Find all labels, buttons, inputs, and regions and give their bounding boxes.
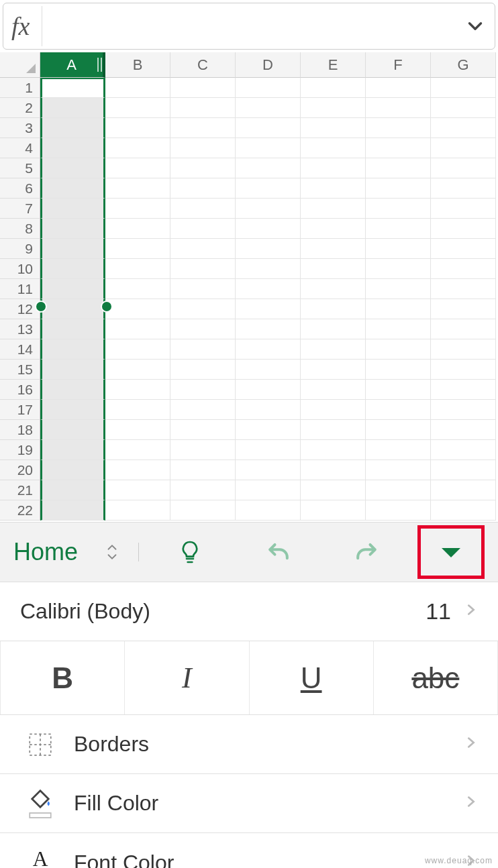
cell[interactable] (40, 380, 105, 400)
cell[interactable] (170, 98, 236, 118)
selection-handle-right[interactable] (101, 301, 113, 313)
cell[interactable] (431, 138, 496, 158)
cell[interactable] (366, 380, 431, 400)
cell[interactable] (40, 460, 105, 480)
cell[interactable] (301, 219, 366, 239)
cell[interactable] (301, 199, 366, 219)
cell[interactable] (236, 178, 301, 199)
cell[interactable] (40, 279, 105, 299)
row-header[interactable]: 19 (0, 440, 40, 460)
row-header[interactable]: 5 (0, 158, 40, 178)
cell[interactable] (366, 360, 431, 380)
column-header[interactable]: C (170, 52, 236, 78)
cell[interactable] (170, 380, 236, 400)
cell[interactable] (105, 219, 170, 239)
cell[interactable] (105, 78, 170, 98)
cell[interactable] (301, 480, 366, 500)
row-header[interactable]: 3 (0, 118, 40, 138)
collapse-ribbon-button[interactable] (417, 525, 485, 579)
row-header[interactable]: 21 (0, 480, 40, 500)
cell[interactable] (236, 259, 301, 279)
cell[interactable] (236, 199, 301, 219)
cell[interactable] (40, 500, 105, 521)
cell[interactable] (236, 219, 301, 239)
cell[interactable] (170, 299, 236, 319)
column-header[interactable]: A (40, 52, 105, 78)
cell[interactable] (301, 500, 366, 521)
cell[interactable] (301, 460, 366, 480)
cell[interactable] (170, 138, 236, 158)
cell[interactable] (366, 199, 431, 219)
cell[interactable] (431, 158, 496, 178)
cell[interactable] (105, 178, 170, 199)
italic-button[interactable]: I (125, 641, 249, 714)
undo-button[interactable] (258, 537, 299, 567)
row-header[interactable]: 22 (0, 500, 40, 521)
cell[interactable] (105, 460, 170, 480)
cell[interactable] (105, 440, 170, 460)
row-header[interactable]: 13 (0, 319, 40, 339)
cell[interactable] (170, 279, 236, 299)
cell[interactable] (236, 239, 301, 259)
cell[interactable] (366, 400, 431, 420)
row-header[interactable]: 2 (0, 98, 40, 118)
cell[interactable] (236, 380, 301, 400)
cell[interactable] (431, 98, 496, 118)
cell[interactable] (301, 440, 366, 460)
column-header[interactable]: B (105, 52, 170, 78)
row-header[interactable]: 12 (0, 299, 40, 319)
cell[interactable] (366, 219, 431, 239)
cell[interactable] (105, 98, 170, 118)
cell[interactable] (431, 279, 496, 299)
cell[interactable] (366, 178, 431, 199)
cell[interactable] (301, 279, 366, 299)
cell[interactable] (105, 138, 170, 158)
row-header[interactable]: 18 (0, 420, 40, 440)
cell[interactable] (170, 400, 236, 420)
cell[interactable] (170, 259, 236, 279)
row-header[interactable]: 8 (0, 219, 40, 239)
cell[interactable] (301, 158, 366, 178)
cell[interactable] (301, 420, 366, 440)
cell[interactable] (366, 500, 431, 521)
cell[interactable] (40, 138, 105, 158)
cell[interactable] (40, 339, 105, 360)
column-header[interactable]: D (236, 52, 301, 78)
cell[interactable] (105, 158, 170, 178)
cell[interactable] (366, 319, 431, 339)
borders-row[interactable]: Borders (0, 715, 498, 774)
cell[interactable] (431, 239, 496, 259)
font-color-row[interactable]: A Font Color (0, 833, 498, 868)
cell[interactable] (301, 118, 366, 138)
row-header[interactable]: 6 (0, 178, 40, 199)
cell[interactable] (366, 98, 431, 118)
cell[interactable] (105, 360, 170, 380)
row-header[interactable]: 14 (0, 339, 40, 360)
cell[interactable] (366, 158, 431, 178)
spreadsheet-grid[interactable]: ABCDEFG 12345678910111213141516171819202… (0, 52, 498, 522)
cell[interactable] (105, 420, 170, 440)
cell[interactable] (236, 118, 301, 138)
cell[interactable] (366, 460, 431, 480)
row-header[interactable]: 15 (0, 360, 40, 380)
cell[interactable] (40, 219, 105, 239)
cell[interactable] (236, 138, 301, 158)
cell[interactable] (236, 440, 301, 460)
cell[interactable] (301, 78, 366, 98)
cell[interactable] (105, 199, 170, 219)
cell[interactable] (431, 380, 496, 400)
underline-button[interactable]: U (250, 641, 374, 714)
cell[interactable] (40, 158, 105, 178)
cell[interactable] (431, 480, 496, 500)
cell[interactable] (366, 299, 431, 319)
row-header[interactable]: 10 (0, 259, 40, 279)
cell[interactable] (431, 420, 496, 440)
cell[interactable] (40, 440, 105, 460)
select-all-corner[interactable] (0, 52, 40, 78)
cell[interactable] (301, 339, 366, 360)
cell[interactable] (236, 500, 301, 521)
cell[interactable] (170, 440, 236, 460)
cell[interactable] (301, 380, 366, 400)
cell[interactable] (366, 440, 431, 460)
cell[interactable] (170, 239, 236, 259)
